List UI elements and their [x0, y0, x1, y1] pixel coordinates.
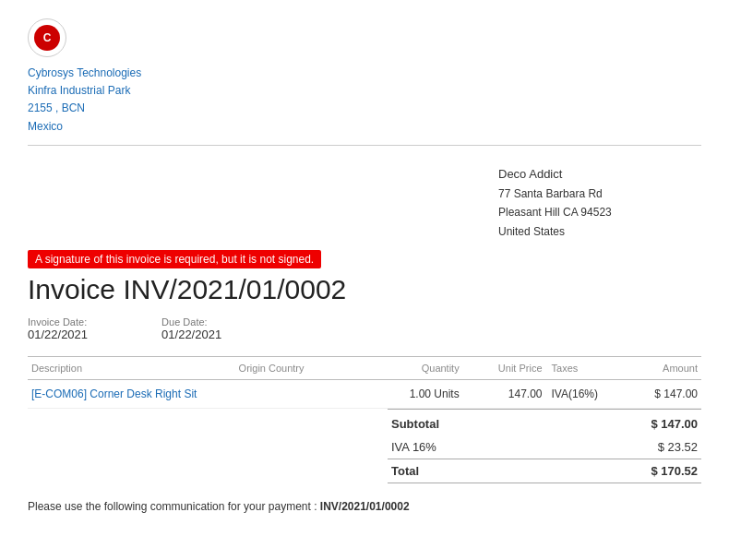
company-info: Cybrosys Technologies Kinfra Industrial … — [28, 65, 701, 136]
signature-warning: A signature of this invoice is required,… — [28, 250, 321, 268]
tax-value: $ 23.52 — [546, 435, 701, 459]
customer-name: Deco Addict — [498, 164, 701, 185]
row-unit-price: 147.00 — [463, 380, 546, 409]
dates-row: Invoice Date: 01/22/2021 Due Date: 01/22… — [28, 316, 701, 341]
invoice-table: Description Origin Country Quantity Unit… — [28, 356, 701, 409]
invoice-date-label: Invoice Date: — [28, 316, 88, 328]
left-spacer — [28, 164, 498, 241]
customer-section: Deco Addict 77 Santa Barbara Rd Pleasant… — [28, 164, 701, 241]
row-amount: $ 147.00 — [618, 380, 701, 409]
tax-row: IVA 16% $ 23.52 — [388, 435, 701, 459]
company-address1: Kinfra Industrial Park — [28, 82, 701, 100]
totals-section: Subtotal $ 147.00 IVA 16% $ 23.52 Total … — [28, 409, 701, 483]
customer-info: Deco Addict 77 Santa Barbara Rd Pleasant… — [498, 164, 701, 241]
invoice-date-block: Invoice Date: 01/22/2021 — [28, 316, 88, 341]
customer-country: United States — [498, 222, 701, 241]
company-address2: 2155 , BCN — [28, 100, 701, 117]
logo-letter: C — [34, 25, 60, 51]
due-date-block: Due Date: 01/22/2021 — [161, 316, 221, 341]
due-date-label: Due Date: — [161, 316, 221, 328]
invoice-date-value: 01/22/2021 — [28, 328, 88, 341]
col-amount: Amount — [618, 357, 701, 380]
table-row: [E-COM06] Corner Desk Right Sit 1.00 Uni… — [28, 380, 701, 409]
payment-note-prefix: Please use the following communication f… — [28, 500, 320, 513]
col-origin: Origin Country — [235, 357, 370, 380]
company-logo: C — [28, 18, 66, 57]
total-row: Total $ 170.52 — [388, 459, 701, 483]
col-description: Description — [28, 357, 235, 380]
total-label: Total — [388, 459, 546, 483]
subtotal-value: $ 147.00 — [546, 410, 701, 436]
row-quantity: 1.00 Units — [370, 380, 463, 409]
row-taxes: IVA(16%) — [546, 380, 619, 409]
invoice-page: C Cybrosys Technologies Kinfra Industria… — [0, 0, 729, 531]
payment-note: Please use the following communication f… — [28, 500, 701, 513]
customer-address1: 77 Santa Barbara Rd — [498, 185, 701, 203]
total-value: $ 170.52 — [546, 459, 701, 483]
due-date-value: 01/22/2021 — [161, 328, 221, 341]
row-description: [E-COM06] Corner Desk Right Sit — [28, 380, 235, 409]
col-taxes: Taxes — [546, 357, 619, 380]
col-quantity: Quantity — [370, 357, 463, 380]
row-origin — [235, 380, 370, 409]
subtotal-row: Subtotal $ 147.00 — [388, 410, 701, 436]
col-unit-price: Unit Price — [463, 357, 546, 380]
payment-note-ref: INV/2021/01/0002 — [320, 500, 410, 513]
company-country: Mexico — [28, 118, 701, 136]
header-section: C Cybrosys Technologies Kinfra Industria… — [28, 18, 701, 146]
subtotal-label: Subtotal — [388, 410, 546, 436]
tax-label: IVA 16% — [388, 435, 546, 459]
company-name: Cybrosys Technologies — [28, 65, 701, 82]
customer-address2: Pleasant Hill CA 94523 — [498, 203, 701, 221]
invoice-title: Invoice INV/2021/01/0002 — [28, 274, 701, 305]
svg-text:C: C — [43, 31, 52, 44]
totals-table: Subtotal $ 147.00 IVA 16% $ 23.52 Total … — [388, 409, 701, 483]
